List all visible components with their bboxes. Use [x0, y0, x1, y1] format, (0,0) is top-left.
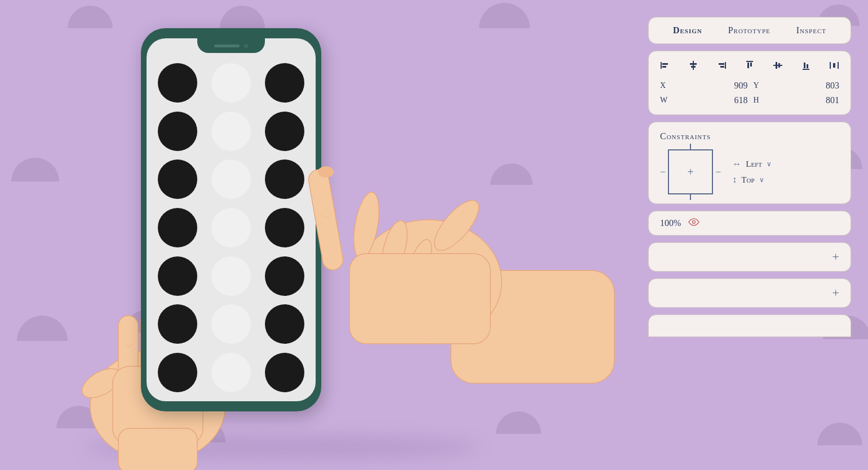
properties-card: X 909 Y 803 W 618 H 801 [648, 51, 851, 115]
dot-cell [151, 59, 205, 107]
svg-rect-30 [778, 63, 780, 68]
constraint-line-top [690, 144, 691, 150]
dot [158, 353, 197, 392]
svg-rect-18 [662, 66, 666, 68]
svg-rect-16 [661, 62, 662, 69]
svg-rect-23 [719, 63, 724, 65]
y-value[interactable]: 803 [765, 81, 839, 91]
align-top-icon[interactable] [745, 60, 755, 73]
stroke-section-card: + [648, 278, 851, 308]
right-hand-svg [237, 113, 620, 462]
svg-rect-36 [833, 63, 835, 68]
h-label: H [754, 96, 759, 105]
fingertip [318, 166, 334, 178]
svg-rect-19 [693, 61, 694, 70]
decor-semicircle [220, 6, 265, 28]
add-stroke-button[interactable]: + [832, 286, 839, 300]
dot-cell [258, 59, 311, 107]
decor-semicircle [11, 158, 59, 181]
dot [158, 304, 197, 344]
svg-rect-7 [118, 428, 197, 470]
effects-card-partial [648, 314, 851, 337]
constraint-left-label: Left [746, 159, 762, 169]
constraint-diagram: − − [660, 149, 721, 194]
decor-semicircle [68, 6, 113, 28]
w-value[interactable]: 618 [673, 95, 747, 105]
dot [158, 159, 197, 199]
dot-cell [151, 300, 205, 349]
svg-rect-28 [773, 65, 782, 66]
tab-bar-card: Design Prototype Inspect [648, 17, 851, 44]
opacity-card: 100% [648, 211, 851, 236]
constraint-top-label: Top [741, 175, 754, 185]
svg-rect-34 [830, 62, 831, 69]
fill-section-card: + [648, 242, 851, 272]
svg-rect-33 [807, 64, 808, 68]
svg-rect-21 [691, 66, 696, 68]
dot-cell [205, 59, 258, 107]
w-label: W [660, 96, 667, 105]
add-fill-button[interactable]: + [832, 250, 839, 264]
svg-rect-17 [662, 63, 668, 65]
constraint-left-option[interactable]: ↔ Left ∨ [732, 159, 772, 169]
decor-semicircle [817, 423, 862, 445]
dot-cell [151, 203, 205, 252]
constraints-card: Constraints − − ↔ Left ∨ ↕ [648, 122, 851, 204]
constraint-left-chevron[interactable]: ∨ [767, 160, 772, 169]
svg-rect-10 [307, 168, 345, 272]
constraint-box [668, 149, 713, 194]
dot-white [211, 63, 251, 103]
svg-rect-27 [750, 63, 752, 66]
constraint-left-icon: ↔ [732, 159, 741, 169]
minus-right-icon: − [715, 166, 721, 178]
svg-rect-20 [690, 63, 697, 65]
tab-design[interactable]: Design [673, 25, 702, 36]
align-center-v-icon[interactable] [773, 60, 783, 73]
constraint-options: ↔ Left ∨ ↕ Top ∨ [732, 159, 772, 185]
minus-left-icon: − [660, 166, 666, 178]
phone-notch [197, 38, 265, 53]
dot [158, 256, 197, 296]
dot [158, 208, 197, 247]
constraint-top-chevron[interactable]: ∨ [759, 176, 764, 184]
tab-inspect[interactable]: Inspect [796, 25, 826, 36]
notch-bar [214, 45, 240, 47]
x-value[interactable]: 909 [673, 81, 747, 91]
svg-rect-25 [746, 61, 753, 62]
right-panel: Design Prototype Inspect [648, 17, 851, 337]
constraint-top-option[interactable]: ↕ Top ∨ [732, 175, 772, 185]
dot-cell [151, 348, 205, 397]
properties-grid: X 909 Y 803 W 618 H 801 [660, 81, 839, 105]
svg-rect-26 [747, 63, 749, 68]
dot [158, 112, 197, 151]
x-label: X [660, 81, 667, 90]
align-bottom-icon[interactable] [801, 60, 811, 73]
alignment-row [660, 60, 839, 73]
constraint-top-icon: ↕ [732, 175, 737, 185]
dot [265, 63, 304, 103]
eye-icon[interactable] [688, 218, 700, 228]
svg-point-37 [693, 221, 696, 224]
align-right-icon[interactable] [716, 60, 727, 73]
dot [158, 63, 197, 103]
tab-prototype[interactable]: Prototype [728, 25, 770, 36]
h-value[interactable]: 801 [765, 95, 839, 105]
align-center-h-icon[interactable] [688, 60, 698, 73]
constraints-body: − − ↔ Left ∨ ↕ Top ∨ [660, 149, 839, 194]
y-label: Y [754, 81, 759, 90]
constraints-title: Constraints [660, 131, 839, 141]
dot-cell [151, 155, 205, 203]
align-left-icon[interactable] [660, 60, 670, 73]
svg-rect-31 [803, 69, 809, 70]
dot-cell [151, 252, 205, 300]
dot-cell [151, 107, 205, 156]
svg-rect-35 [838, 62, 839, 69]
svg-rect-32 [804, 63, 805, 68]
svg-rect-15 [349, 254, 490, 344]
opacity-value[interactable]: 100% [660, 218, 681, 228]
svg-rect-24 [720, 66, 724, 68]
decor-semicircle [479, 3, 530, 28]
notch-dot [244, 44, 248, 48]
constraint-line-bottom [690, 193, 691, 200]
distribute-icon[interactable] [829, 60, 839, 73]
